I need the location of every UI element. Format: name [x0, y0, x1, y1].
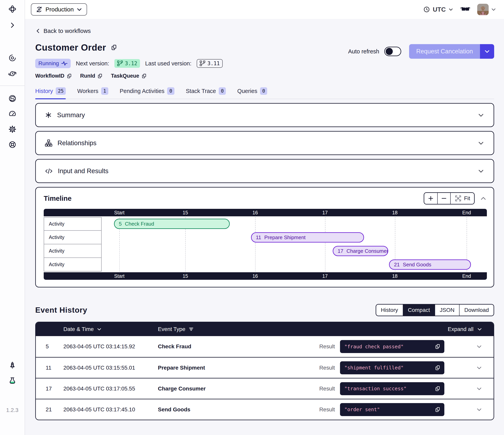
axis-tick-label: 16 — [252, 210, 258, 215]
branch-icon — [117, 60, 123, 66]
top-bar: Production UTC — [25, 0, 504, 19]
copy-icon[interactable] — [434, 365, 441, 371]
labs-glasses-icon[interactable] — [460, 6, 470, 13]
tab-history[interactable]: History25 — [35, 87, 66, 99]
expand-row-chevron-icon[interactable] — [476, 385, 483, 392]
getting-started-rocket-icon[interactable] — [8, 361, 17, 370]
request-cancelation-button[interactable]: Request Cancelation — [409, 44, 494, 59]
event-row[interactable]: 11 2063-04-05 UTC 03:15:55.01 Prepare Sh… — [36, 357, 494, 378]
last-version-badge: 3.11 — [197, 59, 223, 68]
fit-label: Fit — [464, 195, 470, 202]
event-row[interactable]: 17 2063-04-05 UTC 03:17:05.55 Charge Con… — [36, 378, 494, 399]
zoom-out-button[interactable] — [437, 193, 450, 204]
copy-icon[interactable] — [110, 44, 117, 51]
timeline-bar-send-goods[interactable]: 21Send Goods — [389, 259, 471, 270]
copy-icon[interactable] — [97, 73, 103, 79]
timeline-bar-check-fraud[interactable]: 5Check Fraud — [114, 219, 230, 229]
result-value: "shipment fulfilled" — [344, 365, 404, 370]
usage-gauge-icon[interactable] — [8, 109, 17, 119]
timeline-bar-prepare-shipment[interactable]: 11Prepare Shipment — [251, 232, 364, 242]
expand-sidebar-chevron-icon[interactable] — [8, 20, 17, 30]
back-to-workflows-link[interactable]: Back to workflows — [35, 28, 91, 34]
column-event-type[interactable]: Event Type — [158, 326, 194, 332]
user-avatar[interactable] — [477, 4, 489, 15]
workflow-tabs: History25Workers1Pending Activities0Stac… — [35, 87, 494, 99]
copy-icon[interactable] — [434, 386, 441, 392]
timeline-bar-charge-consumer[interactable]: 17Charge Consumer — [333, 246, 388, 256]
schedules-icon[interactable] — [8, 69, 17, 78]
chevron-down-icon[interactable] — [477, 111, 485, 119]
axis-tick-label: Start — [114, 210, 125, 215]
auto-refresh-toggle[interactable] — [384, 47, 401, 56]
tab-count-badge: 0 — [219, 87, 226, 95]
event-type: Check Fraud — [158, 343, 191, 350]
zoom-in-button[interactable] — [424, 193, 437, 204]
workflows-icon[interactable] — [8, 53, 17, 63]
chevron-down-icon — [477, 326, 483, 332]
tab-stack-trace[interactable]: Stack Trace0 — [186, 87, 226, 99]
status-badge: Running — [35, 59, 71, 68]
input-results-section-label: Input and Results — [58, 167, 477, 175]
column-date-time[interactable]: Date & Time — [63, 326, 158, 332]
meta-label: WorkflowID — [35, 73, 64, 79]
auto-refresh-label: Auto refresh — [348, 48, 379, 55]
copy-icon[interactable] — [434, 407, 441, 413]
view-json-button[interactable]: JSON — [435, 305, 459, 316]
summary-section[interactable]: Summary — [35, 103, 494, 127]
tab-queries[interactable]: Queries0 — [237, 87, 267, 99]
timeline-row: Activity17Charge Consumer — [44, 244, 487, 258]
input-results-section[interactable]: Input and Results — [35, 159, 494, 183]
tab-label: Workers — [77, 88, 98, 94]
chevron-down-icon — [97, 326, 102, 332]
view-history-button[interactable]: History — [376, 305, 403, 316]
copy-icon[interactable] — [434, 343, 441, 350]
expand-row-chevron-icon[interactable] — [476, 406, 483, 413]
expand-row-chevron-icon[interactable] — [476, 343, 483, 350]
timeline-row: Activity21Send Goods — [44, 258, 487, 271]
clock-icon — [423, 6, 430, 13]
chevron-up-icon — [480, 195, 487, 202]
expand-row-chevron-icon[interactable] — [476, 364, 483, 371]
timezone-selector[interactable]: UTC — [423, 6, 454, 13]
axis-tick-label: 17 — [322, 273, 328, 279]
view-download-button[interactable]: Download — [459, 305, 494, 316]
relationships-section[interactable]: Relationships — [35, 131, 494, 155]
tab-pending-activities[interactable]: Pending Activities0 — [120, 87, 174, 99]
expand-all-button[interactable]: Expand all — [448, 326, 483, 332]
meta-taskqueue[interactable]: TaskQueue — [111, 73, 147, 79]
chevron-down-icon[interactable] — [477, 167, 485, 175]
timeline-title: Timeline — [44, 194, 424, 202]
axis-tick-label: 17 — [322, 210, 328, 215]
fit-button[interactable]: Fit — [450, 193, 474, 204]
timeline-row-label: Activity — [44, 217, 102, 231]
namespace-icon[interactable] — [8, 94, 17, 103]
left-sidebar: 1.2.3 — [0, 0, 25, 435]
tab-label: Stack Trace — [186, 88, 216, 94]
support-lifebuoy-icon[interactable] — [8, 140, 17, 149]
event-id: 11 — [46, 365, 63, 371]
bar-label: Charge Consumer — [346, 248, 388, 254]
timeline-zoom-controls: Fit — [424, 192, 475, 204]
meta-runid[interactable]: RunId — [80, 73, 103, 79]
tab-count-badge: 0 — [167, 87, 174, 95]
event-row[interactable]: 21 2063-04-05 UTC 03:17:45.10 Send Goods… — [36, 399, 494, 420]
tab-label: Pending Activities — [120, 88, 164, 94]
tab-label: History — [35, 88, 53, 94]
collapse-timeline-button[interactable] — [480, 195, 487, 202]
request-cancelation-label[interactable]: Request Cancelation — [409, 44, 480, 59]
back-link-label: Back to workflows — [44, 28, 91, 34]
copy-icon[interactable] — [141, 73, 147, 79]
tab-workers[interactable]: Workers1 — [77, 87, 108, 99]
cancelation-dropdown-button[interactable] — [480, 44, 494, 59]
labs-flask-icon[interactable] — [8, 376, 17, 385]
environment-selector[interactable]: Production — [31, 3, 87, 16]
chevron-down-icon[interactable] — [477, 139, 485, 147]
view-compact-button[interactable]: Compact — [403, 305, 435, 316]
chevron-down-icon[interactable] — [491, 7, 496, 12]
event-row[interactable]: 5 2063-04-05 UTC 03:14:15.92 Check Fraud… — [36, 336, 494, 357]
meta-workflowid[interactable]: WorkflowID — [35, 73, 72, 79]
axis-tick-label: 15 — [182, 273, 188, 279]
branch-icon — [200, 60, 206, 66]
settings-gear-icon[interactable] — [8, 124, 17, 134]
copy-icon[interactable] — [66, 73, 72, 79]
